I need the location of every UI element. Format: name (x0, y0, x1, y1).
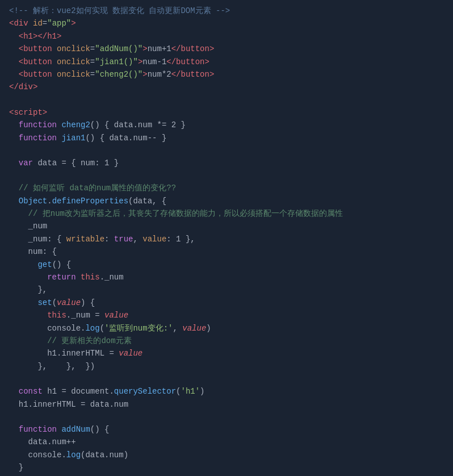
code-line: }, (0, 283, 453, 296)
code-line: </script> (0, 474, 453, 477)
code-text: = (90, 56, 95, 68)
code-text (9, 56, 19, 68)
code-line: <button onclick="cheng2()">num*2</button… (0, 68, 453, 81)
code-line: <button onclick="jian1()">num-1</button> (0, 56, 453, 68)
code-text: const (19, 385, 47, 398)
code-line: _num (0, 220, 453, 232)
code-line (0, 373, 453, 385)
code-text: Object (19, 195, 47, 207)
code-text (9, 68, 19, 81)
code-text: num: { (9, 245, 57, 258)
code-text: "jian1()" (95, 56, 138, 68)
code-line: <button onclick="addNum()">num+1</button… (0, 43, 453, 55)
code-text: addNum (61, 423, 90, 436)
code-text (9, 157, 19, 169)
code-text: "app" (47, 17, 71, 30)
code-line: </div> (0, 81, 453, 93)
code-text: // 更新相关的dom元素 (47, 335, 131, 347)
code-text (9, 335, 47, 347)
code-text: // 如何监听 data的num属性的值的变化?? (19, 182, 176, 194)
code-text: get (37, 258, 52, 271)
code-text: writable (66, 233, 104, 245)
code-line: function jian1() { data.num-- } (0, 132, 453, 144)
code-text: function (19, 132, 62, 144)
code-text: querySelector (114, 385, 176, 398)
code-editor: <!-- 解析：vue2如何实现 数据变化 自动更新DOM元素 --> <div… (0, 0, 453, 476)
code-text: <!-- 解析：vue2如何实现 数据变化 自动更新DOM元素 --> (9, 5, 230, 17)
code-text (9, 322, 47, 335)
code-line: _num: { writable: true, value: 1 }, (0, 233, 453, 245)
code-text: this (47, 309, 66, 321)
code-text (9, 385, 19, 398)
code-text: = (90, 43, 95, 55)
code-text: } (9, 461, 23, 474)
code-text: > (138, 56, 142, 68)
code-line: var data = { num: 1 } (0, 157, 453, 169)
code-text: () { (90, 423, 110, 436)
code-text: num-1 (142, 56, 166, 68)
code-text: ) (200, 385, 204, 398)
code-line (0, 169, 453, 182)
code-line: h1.innerHTML = data.num (0, 398, 453, 411)
code-text: <h1></h1> (19, 30, 62, 43)
code-text: 'h1' (181, 385, 200, 398)
code-line: <h1></h1> (0, 30, 453, 43)
code-text: data = { num: 1 } (37, 157, 119, 169)
code-text: </button> (171, 68, 215, 81)
code-text: defineProperties (52, 195, 128, 207)
code-text: var (19, 157, 38, 169)
code-line: // 更新相关的dom元素 (0, 335, 453, 347)
code-text: onclick (57, 56, 90, 68)
code-text: h1.innerHTML = (9, 347, 119, 360)
code-text (9, 271, 47, 283)
code-line: console.log(data.num) (0, 449, 453, 461)
code-text: _num (28, 220, 48, 232)
code-line: <!-- 解析：vue2如何实现 数据变化 自动更新DOM元素 --> (0, 5, 453, 17)
code-text: () { data.num *= 2 } (90, 119, 186, 131)
code-text: <button (19, 43, 57, 55)
code-text: , (133, 233, 142, 245)
code-text: console. (9, 449, 66, 461)
code-text: "cheng2()" (95, 68, 142, 81)
code-text: ( (100, 322, 104, 335)
code-text: _num: { (9, 233, 66, 245)
code-line: h1.innerHTML = value (0, 347, 453, 360)
code-line: console.log('监听到num变化:', value) (0, 322, 453, 335)
code-line: Object.defineProperties(data, { (0, 195, 453, 207)
code-text: value (119, 347, 142, 360)
code-text: value (57, 297, 81, 309)
code-text: }, }, }) (9, 360, 95, 373)
code-text: = (43, 17, 47, 30)
code-text: set (37, 297, 52, 309)
code-text: value (142, 233, 166, 245)
code-text: () { (52, 258, 72, 271)
code-text: // 把num改为监听器之后，其丧失了存储数据的能力，所以必须搭配一个存储数据的… (28, 207, 343, 220)
code-text: value (182, 322, 206, 335)
code-text (9, 207, 28, 220)
code-line: <div id="app"> (0, 17, 453, 30)
code-line: set(value) { (0, 297, 453, 309)
code-text: this (81, 271, 100, 283)
code-line: const h1 = document.querySelector('h1') (0, 385, 453, 398)
code-text: ( (176, 385, 181, 398)
code-text: ) (206, 322, 211, 335)
code-line: data.num++ (0, 436, 453, 448)
code-text (9, 195, 19, 207)
code-text: = (90, 68, 95, 81)
code-text: <button (19, 68, 57, 81)
code-line: this._num = value (0, 309, 453, 321)
code-text: function (19, 423, 62, 436)
code-text: </script> (9, 474, 52, 477)
code-text: ) { (81, 297, 95, 309)
code-text: : (104, 233, 114, 245)
code-line: // 如何监听 data的num属性的值的变化?? (0, 182, 453, 194)
code-text: , (173, 322, 182, 335)
code-text: . (47, 195, 52, 207)
code-line: // 把num改为监听器之后，其丧失了存储数据的能力，所以必须搭配一个存储数据的… (0, 207, 453, 220)
code-text (9, 220, 28, 232)
code-text: () { data.num-- } (85, 132, 166, 144)
code-line (0, 411, 453, 423)
code-text (9, 297, 37, 309)
code-text (9, 309, 47, 321)
code-text: </div> (9, 81, 37, 93)
